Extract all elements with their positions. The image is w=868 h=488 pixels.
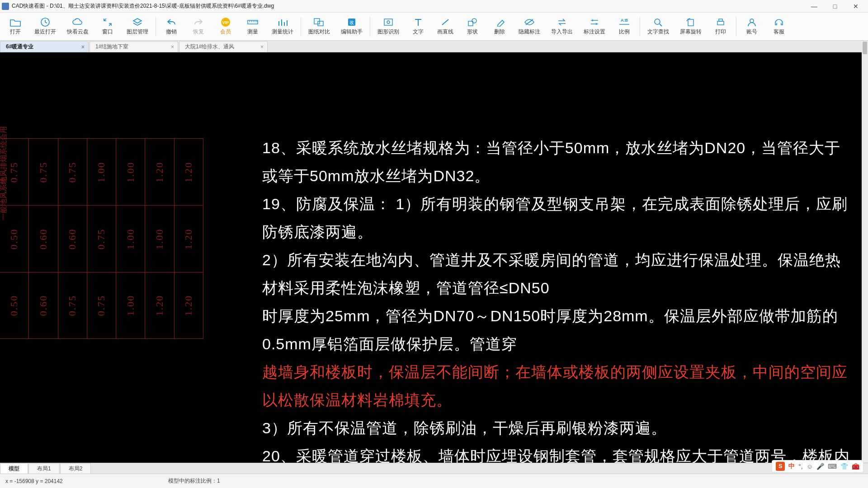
maximize-button[interactable]: □ xyxy=(825,0,845,13)
close-icon[interactable]: × xyxy=(171,44,174,50)
svg-rect-8 xyxy=(384,19,392,25)
rotate-icon xyxy=(685,17,697,27)
minimize-button[interactable]: — xyxy=(804,0,825,13)
tab-layout1[interactable]: 布局1 xyxy=(28,463,60,474)
svg-rect-3 xyxy=(248,20,258,24)
ime-emoji-icon[interactable]: ☺ xyxy=(807,463,813,470)
search-icon xyxy=(652,17,664,27)
document-tabs: 6#暖通专业× 1#结施地下室× 大院1#给排水、通风× xyxy=(0,41,868,52)
chart-icon xyxy=(277,17,288,27)
edit-helper-button[interactable]: 改编辑助手 xyxy=(335,14,368,39)
scrollbar-thumb[interactable] xyxy=(863,42,867,54)
layer-button[interactable]: 图层管理 xyxy=(121,14,154,39)
table-row: 0.50 0.60 0.60 0.75 1.00 1.00 1.20 xyxy=(0,205,203,272)
titlebar: CAD快速看图 - D:\01、顺士达安装讲课资料\安装造价2021-8-15\… xyxy=(0,0,868,13)
scale-button[interactable]: A:B比例 xyxy=(611,14,638,39)
drawing-canvas[interactable]: 地风排烟系统合用 一般地风系统 0.75 0.75 0.75 1.00 1.00… xyxy=(0,52,868,468)
svg-text:A:B: A:B xyxy=(621,18,628,23)
close-button[interactable]: ✕ xyxy=(845,0,866,13)
compare-button[interactable]: 图纸对比 xyxy=(303,14,335,39)
undo-button[interactable]: 撤销 xyxy=(158,14,185,39)
cloud-icon xyxy=(72,17,84,27)
ruler-icon xyxy=(247,17,259,27)
cad-table: 0.75 0.75 0.75 1.00 1.00 1.20 1.20 0.50 … xyxy=(0,138,203,339)
eye-off-icon xyxy=(524,17,535,27)
drawing-text: 18、采暖系统放水丝堵规格为：当管径小于50mm，放水丝堵为DN20，当管径大于… xyxy=(262,134,854,468)
import-export-button[interactable]: 导入导出 xyxy=(546,14,578,39)
rotate-button[interactable]: 屏幕旋转 xyxy=(675,14,707,39)
svg-point-9 xyxy=(387,21,390,23)
delete-button[interactable]: 删除 xyxy=(486,14,513,39)
ime-lang[interactable]: 中 xyxy=(788,462,795,470)
coordinates: x = -156908 y = 204142 xyxy=(5,478,168,484)
clock-icon xyxy=(39,17,51,27)
service-button[interactable]: 客服 xyxy=(765,14,793,39)
status-bar: x = -156908 y = 204142 模型中的标注比例：1 xyxy=(0,474,868,488)
user-icon xyxy=(746,17,758,27)
separator xyxy=(736,17,736,37)
separator xyxy=(156,17,156,37)
ime-tray[interactable]: S 中 °, ☺ 🎤 ⌨ 👕 🧰 xyxy=(772,460,863,473)
vertical-scrollbar[interactable] xyxy=(862,41,868,463)
ime-mic-icon[interactable]: 🎤 xyxy=(816,463,824,470)
undo-icon xyxy=(165,17,177,27)
table-row: 0.50 0.60 0.75 0.75 1.00 1.20 1.20 xyxy=(0,272,203,339)
svg-text:改: 改 xyxy=(349,20,354,25)
ime-toolbox-icon[interactable]: 🧰 xyxy=(852,463,859,470)
edit-icon: 改 xyxy=(346,17,358,27)
svg-text:VIP: VIP xyxy=(222,20,229,25)
line-button[interactable]: 画直线 xyxy=(432,14,459,39)
eraser-icon xyxy=(494,17,505,27)
compare-icon xyxy=(313,17,325,27)
contract-icon xyxy=(102,17,113,27)
scan-icon xyxy=(382,17,394,27)
svg-point-13 xyxy=(655,19,660,24)
window-title: CAD快速看图 - D:\01、顺士达安装讲课资料\安装造价2021-8-15\… xyxy=(12,2,804,10)
annot-setting-button[interactable]: 标注设置 xyxy=(578,14,611,39)
hide-annot-button[interactable]: 隐藏标注 xyxy=(513,14,546,39)
measure-stat-button[interactable]: 测量统计 xyxy=(266,14,299,39)
text-search-button[interactable]: 文字查找 xyxy=(642,14,675,39)
close-icon[interactable]: × xyxy=(260,44,264,50)
tab-1[interactable]: 6#暖通专业× xyxy=(0,41,89,52)
table-row: 0.75 0.75 0.75 1.00 1.00 1.20 1.20 xyxy=(0,138,203,205)
annotation-setting-icon xyxy=(589,17,600,27)
svg-point-11 xyxy=(472,19,476,23)
tab-2[interactable]: 1#结施地下室× xyxy=(90,41,178,52)
folder-open-icon xyxy=(9,17,21,27)
open-button[interactable]: 打开 xyxy=(2,14,29,39)
tab-model[interactable]: 模型 xyxy=(0,463,28,474)
svg-point-17 xyxy=(750,19,754,23)
text-icon xyxy=(412,17,424,27)
scale-icon: A:B xyxy=(618,17,630,27)
window-controls: — □ ✕ xyxy=(804,0,866,13)
layout-tabs: 模型 布局1 布局2 xyxy=(0,463,868,474)
vip-icon: VIP xyxy=(220,17,231,27)
shape-recog-button[interactable]: 图形识别 xyxy=(372,14,405,39)
tab-layout2[interactable]: 布局2 xyxy=(60,463,91,474)
svg-rect-14 xyxy=(688,19,693,26)
cloud-button[interactable]: 快看云盘 xyxy=(61,14,94,39)
account-button[interactable]: 账号 xyxy=(738,14,765,39)
ime-keyboard-icon[interactable]: ⌨ xyxy=(828,463,837,470)
recent-button[interactable]: 最近打开 xyxy=(29,14,61,39)
redo-button[interactable]: 恢复 xyxy=(185,14,212,39)
ime-punct-icon[interactable]: °, xyxy=(798,463,803,470)
close-icon[interactable]: × xyxy=(81,44,85,50)
print-button[interactable]: 打印 xyxy=(707,14,734,39)
tab-3[interactable]: 大院1#给排水、通风× xyxy=(179,41,268,52)
shape-button[interactable]: 形状 xyxy=(459,14,486,39)
text-button[interactable]: 文字 xyxy=(405,14,432,39)
svg-rect-16 xyxy=(719,19,722,21)
svg-rect-15 xyxy=(717,21,724,25)
separator xyxy=(370,17,370,37)
app-icon xyxy=(2,3,9,10)
headset-icon xyxy=(773,17,785,27)
vip-button[interactable]: VIP会员 xyxy=(212,14,239,39)
ime-skin-icon[interactable]: 👕 xyxy=(840,463,848,470)
window-button[interactable]: 窗口 xyxy=(94,14,121,39)
measure-button[interactable]: 测量 xyxy=(239,14,266,39)
line-icon xyxy=(439,17,451,27)
separator xyxy=(301,17,301,37)
sogou-icon: S xyxy=(776,462,785,471)
